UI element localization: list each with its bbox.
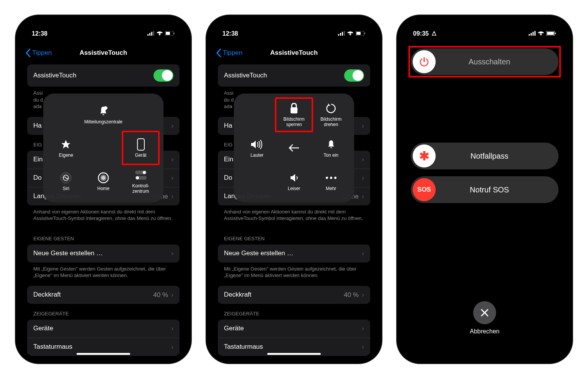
devices-cell[interactable]: Geräte › xyxy=(218,320,370,338)
phone-3: 09:35 Ausschalten ✱ Notfallpass xyxy=(397,15,572,363)
cell-label: Ha xyxy=(224,122,232,130)
battery-icon xyxy=(546,30,556,37)
menu-item-back[interactable] xyxy=(276,131,313,165)
power-icon-knob[interactable] xyxy=(413,50,436,73)
toggle-on[interactable] xyxy=(154,69,173,82)
menu-item-volume-up[interactable]: Lauter xyxy=(238,131,276,165)
back-button[interactable]: Tippen xyxy=(216,49,242,57)
svg-rect-21 xyxy=(344,31,345,36)
svg-rect-30 xyxy=(531,33,532,36)
back-label: Tippen xyxy=(223,49,242,57)
medical-id-icon-knob[interactable]: ✱ xyxy=(413,144,436,167)
chevron-right-icon: › xyxy=(362,249,364,258)
footer-text: Anhand von eigenen Aktionen kannst du di… xyxy=(218,205,370,229)
section-header: ZEIGEGERÄTE xyxy=(218,304,370,320)
sos-slider[interactable]: SOS Notruf SOS xyxy=(411,176,559,203)
cell-label: Tastaturmaus xyxy=(224,343,263,351)
power-off-slider-highlight: Ausschalten xyxy=(408,46,561,77)
chevron-right-icon: › xyxy=(171,192,173,200)
menu-label: Kontroll- zentrum xyxy=(132,183,149,194)
svg-point-13 xyxy=(101,176,105,180)
status-icons xyxy=(147,30,175,37)
menu-item-more[interactable]: Mehr xyxy=(312,164,350,198)
status-time: 09:35 xyxy=(413,30,436,37)
svg-rect-35 xyxy=(555,33,556,34)
devices-cell[interactable]: Geräte › xyxy=(27,320,180,338)
medical-id-slider[interactable]: ✱ Notfallpass xyxy=(411,143,559,169)
svg-rect-24 xyxy=(364,33,365,34)
bell-icon xyxy=(97,105,110,118)
toggle-on[interactable] xyxy=(344,69,364,82)
svg-point-7 xyxy=(104,106,107,110)
opacity-cell[interactable]: Deckkraft 40 %› xyxy=(218,286,370,304)
section-header: ZEIGEGERÄTE xyxy=(27,304,180,320)
status-time: 12:38 xyxy=(32,30,47,37)
menu-item-sound-on[interactable]: Ton ein xyxy=(312,131,350,165)
cell-label: Deckkraft xyxy=(224,291,252,299)
menu-item-custom[interactable]: Eigene xyxy=(48,131,84,165)
menu-label: Mehr xyxy=(326,186,336,191)
wifi-icon xyxy=(347,30,353,37)
star-icon xyxy=(59,138,72,151)
wifi-icon xyxy=(538,30,544,37)
sos-icon-knob[interactable]: SOS xyxy=(413,178,436,201)
svg-point-17 xyxy=(136,176,139,179)
svg-rect-31 xyxy=(532,32,534,36)
cancel-button[interactable] xyxy=(473,301,496,324)
menu-item-notifications[interactable]: Mitteilungszentrale xyxy=(84,98,122,131)
menu-item-siri[interactable]: Siri xyxy=(48,164,84,198)
nav-header: Tippen AssistiveTouch xyxy=(21,41,186,64)
menu-item-control-center[interactable]: Kontroll- zentrum xyxy=(122,164,159,198)
wifi-icon xyxy=(157,30,163,37)
footer-text: Mit „Eigene Gesten" werden Gesten aufgez… xyxy=(218,263,370,286)
assistivetouch-toggle-cell[interactable]: AssistiveTouch xyxy=(218,64,370,87)
opacity-cell[interactable]: Deckkraft 40 %› xyxy=(27,286,180,304)
new-gesture-cell[interactable]: Neue Geste erstellen … › xyxy=(27,244,180,263)
menu-item-lock-screen[interactable]: Bildschirm sperren xyxy=(275,97,314,132)
svg-rect-18 xyxy=(338,34,339,36)
signal-icon xyxy=(529,30,536,37)
menu-item-home[interactable]: Home xyxy=(84,164,122,198)
section-header: EIGENE GESTEN xyxy=(218,229,370,244)
arrow-left-icon xyxy=(287,141,301,154)
assistivetouch-menu[interactable]: Mitteilungszentrale Eigene Gerät Siri xyxy=(43,94,163,202)
siri-icon xyxy=(59,171,72,184)
svg-rect-34 xyxy=(547,32,554,35)
back-button[interactable]: Tippen xyxy=(26,49,52,57)
menu-item-volume-down[interactable]: Leiser xyxy=(276,164,313,198)
chevron-right-icon: › xyxy=(362,325,364,333)
footer-text: Anhand von eigenen Aktionen kannst du di… xyxy=(27,205,180,229)
cell-label: Deckkraft xyxy=(33,291,61,299)
menu-label: Ton ein xyxy=(323,153,338,158)
cell-label: Geräte xyxy=(33,325,53,332)
home-indicator[interactable] xyxy=(77,353,130,355)
svg-point-28 xyxy=(334,177,336,179)
menu-item-device[interactable]: Gerät xyxy=(122,131,160,166)
phone-1: 12:38 Tippen AssistiveTouch xyxy=(16,15,191,363)
section-header: EIGENE GESTEN xyxy=(27,229,180,244)
assistivetouch-device-menu[interactable]: Bildschirm sperren Bildschirm drehen Lau… xyxy=(234,94,354,202)
cell-label: Do xyxy=(224,174,232,182)
assistivetouch-toggle-cell[interactable]: AssistiveTouch xyxy=(27,64,180,87)
svg-rect-8 xyxy=(137,139,144,150)
svg-rect-32 xyxy=(534,31,536,36)
cell-label: Neue Geste erstellen … xyxy=(33,249,103,257)
cell-label: Neue Geste erstellen … xyxy=(224,249,293,257)
home-indicator[interactable] xyxy=(267,353,321,355)
battery-icon xyxy=(356,30,366,37)
power-off-slider[interactable]: Ausschalten xyxy=(411,48,559,75)
menu-label: Leiser xyxy=(288,186,301,191)
chevron-right-icon: › xyxy=(171,249,173,258)
notch xyxy=(450,15,519,26)
menu-label: Eigene xyxy=(59,153,73,158)
menu-label: Bildschirm drehen xyxy=(320,116,341,127)
rotate-icon xyxy=(325,102,338,115)
lock-icon xyxy=(287,102,301,115)
chevron-right-icon: › xyxy=(362,291,364,299)
menu-label: Mitteilungszentrale xyxy=(84,119,122,125)
new-gesture-cell[interactable]: Neue Geste erstellen … › xyxy=(218,244,370,263)
chevron-right-icon: › xyxy=(362,174,364,182)
menu-item-rotate[interactable]: Bildschirm drehen xyxy=(312,98,350,131)
chevron-right-icon: › xyxy=(362,343,364,351)
notch xyxy=(260,15,328,26)
